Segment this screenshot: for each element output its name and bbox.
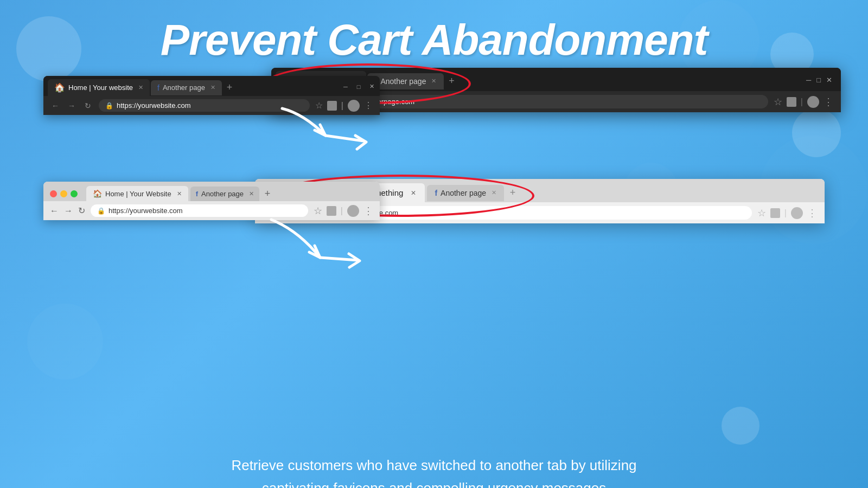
- ext-br: [770, 208, 780, 218]
- back-btn[interactable]: ←: [50, 100, 61, 111]
- refresh-bottom[interactable]: ↻: [78, 206, 85, 216]
- tab-label-bottom: Home | Your Website: [105, 190, 171, 198]
- mac-yellow-dot: [60, 190, 67, 197]
- profile-br[interactable]: [791, 207, 803, 219]
- tab-another-label: Another page: [380, 77, 426, 86]
- bookmark-right[interactable]: ☆: [774, 96, 782, 108]
- tab-close-another-br[interactable]: ✕: [492, 189, 496, 196]
- minimize-btn[interactable]: ─: [342, 83, 349, 91]
- tab-close-btn[interactable]: ✕: [138, 84, 143, 91]
- description-line1: Retrieve customers who have switched to …: [108, 454, 760, 477]
- back-bottom[interactable]: ←: [50, 206, 59, 216]
- mac-dots: [50, 190, 78, 197]
- menu-br[interactable]: ⋮: [807, 207, 817, 219]
- forward-bottom[interactable]: →: [64, 206, 73, 216]
- tab-another-bottom-left[interactable]: f Another page ✕: [190, 187, 259, 201]
- tab-label: Home | Your website: [68, 84, 133, 92]
- tab-close-bottom[interactable]: ✕: [177, 190, 182, 197]
- url-text: https://yourwebsite.com: [117, 101, 191, 110]
- tab-home-bottom[interactable]: 🏠 Home | Your Website ✕: [86, 186, 188, 201]
- new-tab-bottom[interactable]: +: [261, 188, 273, 200]
- description-line2: captivating favicons and compelling urge…: [108, 477, 760, 488]
- new-tab-btn[interactable]: +: [223, 81, 236, 94]
- url-bar-right[interactable]: 🔒 https://anotherpage.com: [320, 95, 768, 108]
- bottom-arrow: [260, 209, 369, 281]
- profile-right[interactable]: [807, 96, 819, 108]
- maximize-right[interactable]: □: [816, 76, 821, 84]
- maximize-btn[interactable]: □: [355, 83, 362, 91]
- new-tab-br[interactable]: +: [506, 187, 519, 200]
- tab-another-br-label: Another page: [441, 189, 486, 197]
- top-arrow: [271, 98, 380, 165]
- ext-icon-right: [787, 97, 796, 107]
- tab-another-page-top-left[interactable]: f Another page ✕: [151, 80, 222, 95]
- home-fav-bottom: 🏠: [93, 189, 102, 198]
- fb-fav-br: f: [435, 189, 437, 197]
- mac-red-dot: [50, 190, 57, 197]
- star-br[interactable]: ☆: [757, 207, 766, 219]
- minimize-right[interactable]: ─: [806, 76, 811, 84]
- home-favicon: 🏠: [54, 82, 65, 93]
- url-text-bottom-left: https://yourwebsite.com: [108, 207, 183, 215]
- lock-bottom: 🔒: [97, 207, 105, 215]
- close-window-btn[interactable]: ✕: [368, 83, 375, 91]
- lock-icon: 🔒: [105, 102, 113, 110]
- facebook-favicon: f: [157, 84, 159, 92]
- tab-close-another[interactable]: ✕: [431, 78, 436, 85]
- close-right[interactable]: ✕: [826, 76, 832, 84]
- tab-another-bottom-right[interactable]: f Another page ✕: [427, 185, 504, 201]
- description-area: Retrieve customers who have switched to …: [0, 450, 868, 488]
- tab-close-another-bottom[interactable]: ✕: [249, 190, 254, 197]
- tab-close-btn2[interactable]: ✕: [210, 84, 215, 91]
- forward-btn[interactable]: →: [66, 100, 77, 111]
- refresh-btn[interactable]: ↻: [82, 100, 93, 111]
- new-tab-btn-right[interactable]: +: [445, 75, 458, 88]
- tab-label: Another page: [163, 84, 205, 92]
- mac-green-dot: [71, 190, 78, 197]
- tab-close-missed[interactable]: ✕: [411, 189, 416, 197]
- tab-home-your-website[interactable]: 🏠 Home | Your website ✕: [48, 79, 150, 96]
- tab-another-bottom-label: Another page: [201, 190, 244, 198]
- menu-right[interactable]: ⋮: [824, 96, 833, 108]
- fb-fav-bottom: f: [196, 190, 198, 198]
